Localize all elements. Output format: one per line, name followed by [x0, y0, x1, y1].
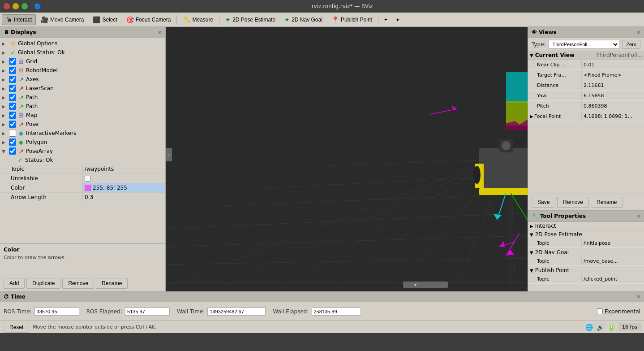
ros-time-input[interactable] [34, 308, 79, 316]
tool-props-close-button[interactable]: × [637, 212, 640, 220]
views-remove-button[interactable]: Remove [557, 197, 589, 208]
duplicate-button[interactable]: Duplicate [26, 278, 60, 289]
map-checkbox[interactable] [9, 112, 16, 119]
view-prop-yaw[interactable]: Yaw 6.15858 [528, 91, 644, 101]
tree-item-polygon[interactable]: ▶ ◆ Polygon [0, 138, 165, 147]
tree-item-map[interactable]: ▶ ⊞ Map [0, 111, 165, 120]
axes-checkbox[interactable] [9, 76, 16, 83]
prop-row-arrow-length[interactable]: Arrow Length 0.3 [0, 193, 165, 202]
views-rename-button[interactable]: Rename [591, 197, 623, 208]
minimize-button[interactable] [13, 3, 19, 9]
polygon-checkbox[interactable] [9, 139, 16, 146]
expand-icon: ▶ [530, 224, 533, 229]
svg-point-32 [502, 141, 511, 150]
view-prop-pitch[interactable]: Pitch 0.860398 [528, 101, 644, 111]
prop-value-unreliable [83, 175, 165, 182]
tree-item-interactive-markers[interactable]: ▶ ◆ InteractiveMarkers [0, 129, 165, 138]
publish-point-section-header[interactable]: ▼ Publish Point [528, 266, 644, 274]
ros-elapsed-input[interactable] [125, 308, 170, 316]
path2-checkbox[interactable] [9, 103, 16, 110]
robotmodel-checkbox[interactable] [9, 67, 16, 74]
views-panel: 👁 Views × Type: ThirdPersonFoll... Zero … [528, 27, 644, 211]
add-button[interactable]: Add [4, 278, 25, 289]
nav-goal-button[interactable]: ✦ 2D Nav Goal [280, 14, 326, 25]
prop-value-color[interactable]: 255; 85; 255 [83, 184, 165, 191]
pose-estimate-topic-row[interactable]: Topic /initialpose [528, 238, 644, 248]
path1-checkbox[interactable] [9, 94, 16, 101]
displays-close-button[interactable]: × [158, 29, 162, 36]
time-header: ⏱ Time × [0, 292, 644, 302]
add-display-button[interactable]: + [380, 15, 391, 25]
tree-item-global-status[interactable]: ▶ ✓ Global Status: Ok [0, 48, 165, 57]
tree-item-grid[interactable]: ▶ ⊞ Grid [0, 57, 165, 66]
app-icon: 🔵 [34, 3, 41, 10]
reset-button[interactable]: Reset [4, 322, 29, 333]
maximize-button[interactable] [21, 3, 28, 9]
plus-icon: + [384, 17, 387, 23]
wall-time-input[interactable] [207, 308, 266, 316]
current-view-header[interactable]: ▼ Current View ThirdPersonFoll... [528, 51, 644, 60]
pose-estimate-section-header[interactable]: ▼ 2D Pose Estimate [528, 230, 644, 238]
3d-viewport[interactable]: ‹ › ▾ [166, 27, 528, 291]
tool-props-tree: ▶ Interact ▼ 2D Pose Estimate Topic /ini… [528, 222, 644, 291]
expand-icon: ▶ [2, 86, 8, 91]
pose-estimate-button[interactable]: ✦ 2D Pose Estimate [221, 14, 279, 25]
grid-label: Grid [26, 58, 163, 65]
view-prop-focalpoint[interactable]: ▶ Focal Point 4.1698; 1.8696; 1... [528, 111, 644, 121]
tree-item-posearray[interactable]: ▼ ↗ PoseArray [0, 147, 165, 156]
toolbar-separator [176, 15, 177, 25]
views-close-button[interactable]: × [637, 29, 640, 36]
expand-icon: ▶ [2, 95, 8, 100]
tree-item-robotmodel[interactable]: ▶ ⚙ RobotModel [0, 66, 165, 75]
prop-row-unreliable[interactable]: Unreliable [0, 174, 165, 183]
views-type-select[interactable]: ThirdPersonFoll... [549, 40, 620, 49]
right-panel: 👁 Views × Type: ThirdPersonFoll... Zero … [528, 27, 644, 291]
tree-item-axes[interactable]: ▶ ↗ Axes [0, 75, 165, 84]
interactive-markers-checkbox[interactable] [9, 130, 16, 137]
nav-goal-section-header[interactable]: ▼ 2D Nav Goal [528, 248, 644, 256]
tree-item-path2[interactable]: ▶ ↗ Path [0, 102, 165, 111]
expand-icon: ▶ [530, 114, 533, 119]
color-swatch[interactable] [85, 185, 91, 191]
tree-item-laserscan[interactable]: ▶ ↗ LaserScan [0, 84, 165, 93]
select-button[interactable]: ⬛ Select [89, 14, 121, 25]
experimental-checkbox[interactable] [597, 308, 603, 314]
close-button[interactable] [4, 3, 10, 9]
publish-point-topic-row[interactable]: Topic /clicked_point [528, 274, 644, 284]
displays-tree[interactable]: ▶ ⚙ Global Options ▶ ✓ Global Status: Ok… [0, 38, 165, 243]
publish-point-button[interactable]: 📍 Publish Point [327, 14, 376, 25]
prop-row-color[interactable]: Color 255; 85; 255 [0, 183, 165, 193]
toolbar-dropdown-button[interactable]: ▾ [392, 15, 403, 25]
svg-point-29 [473, 166, 481, 184]
move-camera-button[interactable]: 🎥 Move Camera [37, 14, 88, 25]
expand-icon: ▶ [2, 131, 8, 136]
tree-item-status-ok[interactable]: ✓ Status: Ok [0, 156, 165, 165]
view-prop-distance[interactable]: Distance 2.11661 [528, 80, 644, 91]
laserscan-checkbox[interactable] [9, 85, 16, 92]
remove-button[interactable]: Remove [62, 278, 94, 289]
views-save-button[interactable]: Save [532, 197, 555, 208]
prop-label-color: Color [0, 183, 83, 192]
prop-row-topic[interactable]: Topic /waypoints [0, 165, 165, 174]
measure-button[interactable]: 📏 Measure [179, 14, 217, 25]
time-close-button[interactable]: × [637, 293, 640, 300]
view-prop-nearclip[interactable]: Near Clip ... 0.01 [528, 60, 644, 70]
nav-goal-topic-row[interactable]: Topic /move_base... [528, 256, 644, 266]
tree-item-global-options[interactable]: ▶ ⚙ Global Options [0, 39, 165, 48]
expand-icon: ▶ [2, 50, 8, 55]
rename-button[interactable]: Rename [96, 278, 128, 289]
grid-checkbox[interactable] [9, 58, 16, 65]
interact-button[interactable]: 🖱 Interact [2, 14, 36, 25]
views-zero-button[interactable]: Zero [622, 40, 640, 49]
focus-camera-button[interactable]: 🎯 Focus Camera [122, 14, 175, 25]
pose-checkbox[interactable] [9, 121, 16, 128]
view-prop-targetframe[interactable]: Target Fra... <Fixed Frame> [528, 70, 644, 80]
tree-item-pose[interactable]: ▶ ↗ Pose [0, 120, 165, 129]
interact-section-header[interactable]: ▶ Interact [528, 222, 644, 230]
posearray-checkbox[interactable] [9, 147, 16, 155]
global-status-label: Global Status: Ok [18, 49, 163, 56]
tree-item-path1[interactable]: ▶ ↗ Path [0, 93, 165, 102]
unreliable-checkbox[interactable] [85, 176, 90, 182]
wall-elapsed-input[interactable] [312, 308, 361, 316]
svg-rect-31 [499, 139, 513, 152]
